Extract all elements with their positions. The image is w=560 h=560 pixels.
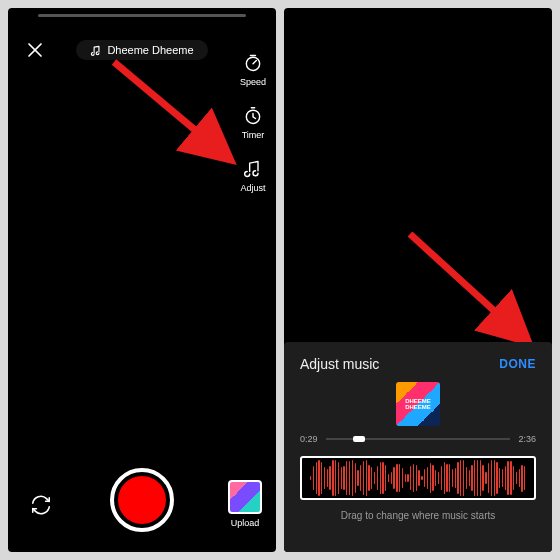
waveform-bar [521,465,522,492]
waveform-bar [385,465,386,491]
waveform-bar [474,460,475,496]
waveform-bar [460,460,461,496]
waveform-bar [393,467,394,490]
waveform-bar [477,460,478,496]
done-button[interactable]: DONE [499,357,536,371]
bottom-bar: Upload [8,458,276,538]
waveform-bar [507,461,508,496]
waveform-bar [374,472,375,485]
waveform-bar [482,465,483,491]
waveform-bar [491,460,492,496]
time-total: 2:36 [518,434,536,444]
waveform-bar [321,462,322,494]
waveform-bar [363,461,364,495]
tool-adjust[interactable]: Adjust [240,158,265,193]
waveform-bar [421,476,422,481]
adjust-music-icon [242,158,264,180]
waveform-bar [502,469,503,488]
waveform-bar [357,470,358,487]
waveform-bar [457,462,458,494]
waveform-bar [360,465,361,490]
drag-hint: Drag to change where music starts [300,510,536,521]
waveform-bar [388,474,389,482]
switch-camera-button[interactable] [28,492,54,518]
waveform-bar [399,464,400,492]
waveform-bar [480,460,481,496]
waveform-bar [485,472,486,484]
waveform-bar [463,460,464,496]
waveform-bar [510,461,511,494]
waveform-bar [416,465,417,490]
screen-adjust-music: Adjust music DONE DHEEME DHEEME 0:29 2:3… [284,8,552,552]
waveform-bar [438,472,439,484]
tool-adjust-label: Adjust [240,183,265,193]
svg-line-4 [114,62,226,156]
waveform-bar [505,466,506,489]
waveform-bar [318,460,319,496]
tool-speed-label: Speed [240,77,266,87]
timeline-thumb[interactable] [353,436,365,442]
speed-icon [242,52,264,74]
sheet-header: Adjust music DONE [300,356,536,372]
waveform-bar [441,466,442,491]
tool-timer-label: Timer [242,130,265,140]
waveform-bar [407,474,408,481]
annotation-arrow-adjust [108,56,248,180]
waveform-bar [513,466,514,491]
notch-indicator [38,14,246,17]
song-title: Dheeme Dheeme [107,44,193,56]
close-button[interactable] [24,39,46,61]
waveform-bar [444,462,445,495]
waveform-bar [405,474,406,482]
waveform-bar [329,466,330,490]
top-bar: Dheeme Dheeme [8,38,276,62]
music-note-icon [90,45,101,56]
waveform-bar [524,466,525,491]
timeline-track[interactable] [326,438,511,440]
tool-speed[interactable]: Speed [240,52,266,87]
switch-camera-icon [30,494,52,516]
waveform-bar [496,462,497,494]
waveform-bar [313,466,314,489]
waveform-bar [327,469,328,487]
waveform-bar [410,466,411,490]
waveform-bar [424,469,425,487]
record-button[interactable] [110,468,174,532]
waveform-bar [352,460,353,496]
selected-song-chip[interactable]: Dheeme Dheeme [76,40,207,60]
waveform-bar [427,467,428,488]
waveform-bar [471,465,472,492]
waveform-bar [418,470,419,487]
waveform-bar [382,462,383,494]
waveform-bar [488,463,489,493]
waveform-bar [355,463,356,492]
waveform-bar [380,462,381,494]
waveform-bar [377,466,378,490]
waveform-bar [430,463,431,493]
timer-icon [242,105,264,127]
waveform-bar [516,472,517,484]
upload-button[interactable]: Upload [228,480,262,528]
tool-timer[interactable]: Timer [242,105,265,140]
waveform-bar [335,460,336,496]
waveform-bar [332,460,333,496]
waveform-bar [494,460,495,496]
adjust-music-sheet: Adjust music DONE DHEEME DHEEME 0:29 2:3… [284,342,552,552]
waveform-scrubber[interactable] [300,456,536,500]
screen-camera: Dheeme Dheeme Speed Timer Adjust [8,8,276,552]
sheet-title: Adjust music [300,356,379,372]
waveform-bar [466,467,467,490]
waveform-bar [341,467,342,488]
waveform-bar [343,466,344,489]
waveform-bar [435,470,436,486]
upload-label: Upload [231,518,260,528]
waveform-bar [371,467,372,489]
waveform-bar [499,468,500,488]
waveform-bar [446,464,447,492]
waveform-bar [449,464,450,492]
waveform-bar [368,465,369,492]
timeline: 0:29 2:36 [300,434,536,444]
waveform-bar [316,462,317,495]
close-icon [27,42,43,58]
waveform-bar [469,470,470,487]
